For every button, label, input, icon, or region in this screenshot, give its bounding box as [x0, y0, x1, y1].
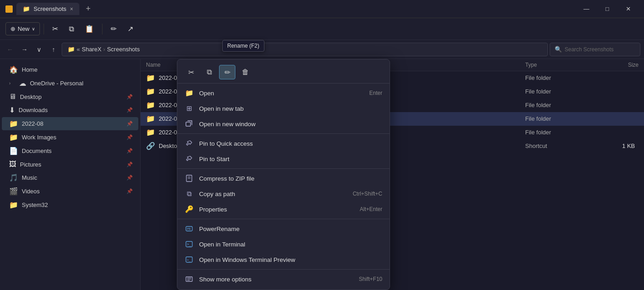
ctx-item-pin-quick[interactable]: Pin to Quick access: [177, 136, 390, 151]
title-tab[interactable]: 📁 Screenshots ×: [16, 3, 79, 15]
workimages-pin-icon: 📌: [127, 134, 133, 140]
shortcut-icon-6: 🔗: [146, 142, 155, 150]
col-header-type: Type: [525, 62, 593, 68]
sidebar-item-workimages[interactable]: 📁 Work Images 📌: [2, 131, 138, 144]
up-button[interactable]: ↑: [47, 43, 60, 56]
sidebar-item-documents[interactable]: 📄 Documents 📌: [2, 144, 138, 157]
close-button[interactable]: ✕: [618, 0, 639, 18]
ctx-terminal-icon: >_: [185, 240, 194, 249]
paste-button[interactable]: 📋: [80, 22, 98, 36]
ctx-item-properties[interactable]: 🔑 Properties Alt+Enter: [177, 202, 390, 217]
address-path[interactable]: 📁 « ShareX › Screenshots: [62, 43, 548, 56]
ctx-separator-3: [177, 219, 390, 219]
share-button[interactable]: ↗: [123, 22, 138, 36]
desktop-icon: 🖥: [9, 93, 16, 101]
cut-button[interactable]: ✂: [48, 22, 63, 36]
ctx-item-compress[interactable]: Compress to ZIP file: [177, 171, 390, 186]
window-controls: — □ ✕: [576, 0, 639, 18]
ctx-item-more-options[interactable]: Show more options Shift+F10: [177, 271, 390, 287]
sidebar-item-home[interactable]: 🏠 Home: [2, 63, 138, 76]
maximize-button[interactable]: □: [597, 0, 618, 18]
ctx-properties-label: Properties: [199, 206, 227, 213]
videos-pin-icon: 📌: [127, 188, 133, 194]
file-type-3: File folder: [525, 102, 593, 108]
rename-button[interactable]: ✏: [106, 22, 121, 36]
ctx-terminal-label: Open in Terminal: [199, 241, 245, 248]
ctx-copy-button[interactable]: ⧉: [201, 65, 217, 79]
ctx-win-terminal-icon: >_: [185, 255, 194, 264]
documents-pin-icon: 📌: [127, 148, 133, 154]
folder-icon-5: 📁: [146, 128, 155, 137]
search-box[interactable]: 🔍 Search Screenshots: [550, 43, 640, 56]
ctx-more-options-label: Show more options: [199, 276, 252, 283]
sidebar-item-2022-08[interactable]: 📁 2022-08 📌: [2, 117, 138, 130]
workimages-icon: 📁: [9, 133, 18, 142]
ctx-rename-button[interactable]: ✏: [219, 65, 235, 79]
folder-icon-2: 📁: [146, 87, 155, 96]
sidebar-item-music[interactable]: 🎵 Music 📌: [2, 171, 138, 184]
paste-icon: 📋: [85, 25, 94, 33]
new-chevron-icon: ∨: [32, 26, 35, 31]
ctx-rename-icon: ✏: [224, 68, 230, 77]
ctx-item-open-tab[interactable]: ⊞ Open in new tab: [177, 101, 390, 116]
file-type-5: File folder: [525, 129, 593, 136]
search-placeholder: Search Screenshots: [565, 46, 614, 53]
sidebar-label-home: Home: [22, 66, 38, 73]
ctx-properties-icon: 🔑: [185, 205, 194, 214]
sidebar-item-pictures[interactable]: 🖼 Pictures 📌: [2, 158, 138, 171]
forward-button[interactable]: →: [18, 43, 31, 56]
ctx-cut-button[interactable]: ✂: [183, 65, 199, 79]
downloads-icon: ⬇: [9, 106, 15, 114]
title-bar: 📁 Screenshots × + — □ ✕: [0, 0, 644, 18]
sidebar-label-videos: Videos: [22, 188, 40, 195]
ctx-properties-shortcut: Alt+Enter: [360, 206, 382, 212]
ctx-copy-icon: ⧉: [207, 68, 212, 76]
copy-button[interactable]: ⧉: [64, 22, 78, 36]
sidebar-label-workimages: Work Images: [22, 134, 56, 141]
pictures-icon: 🖼: [9, 160, 16, 168]
ctx-pin-start-label: Pin to Start: [199, 156, 229, 162]
tab-icon: 📁: [23, 5, 30, 12]
cut-icon: ✂: [52, 25, 58, 33]
file-type-4: File folder: [525, 115, 593, 122]
sidebar-item-desktop[interactable]: 🖥 Desktop 📌: [2, 90, 138, 103]
ctx-separator-2: [177, 168, 390, 169]
downloads-pin-icon: 📌: [127, 107, 133, 113]
ctx-item-pin-start[interactable]: Pin to Start: [177, 151, 390, 167]
ctx-open-label: Open: [199, 90, 214, 97]
dropdown-button[interactable]: ∨: [33, 43, 45, 56]
search-icon: 🔍: [555, 46, 562, 53]
ctx-open-window-label: Open in new window: [199, 121, 256, 128]
sidebar-label-pictures: Pictures: [20, 161, 41, 168]
ctx-open-shortcut: Enter: [369, 90, 382, 96]
sidebar-item-system32[interactable]: 📁 System32: [2, 198, 138, 211]
ctx-delete-button[interactable]: 🗑: [237, 65, 254, 79]
svg-text:>_: >_: [187, 242, 191, 246]
sidebar-item-onedrive[interactable]: › ☁ OneDrive - Personal: [2, 77, 138, 90]
sidebar-label-2022-08: 2022-08: [22, 120, 44, 127]
ctx-more-options-icon: [185, 275, 194, 284]
new-button[interactable]: ⊕ New ∨: [5, 22, 40, 35]
ctx-item-terminal[interactable]: >_ Open in Terminal: [177, 236, 390, 252]
toolbar-separator-2: [102, 24, 102, 34]
back-button[interactable]: ←: [4, 43, 16, 56]
tab-close-button[interactable]: ×: [70, 6, 73, 12]
ctx-copy-path-icon: ⧉: [185, 189, 194, 198]
2022-08-pin-icon: 📌: [127, 121, 133, 127]
sidebar-item-downloads[interactable]: ⬇ Downloads 📌: [2, 103, 138, 117]
ctx-compress-label: Compress to ZIP file: [199, 175, 254, 182]
ctx-item-powerrename[interactable]: PR PowerRename: [177, 221, 390, 236]
path-separator: ›: [103, 46, 105, 53]
ctx-item-win-terminal[interactable]: >_ Open in Windows Terminal Preview: [177, 252, 390, 267]
ctx-item-open-window[interactable]: Open in new window: [177, 116, 390, 132]
ctx-item-open[interactable]: 📁 Open Enter: [177, 85, 390, 101]
onedrive-icon: ☁: [19, 79, 26, 88]
path-sharex: ShareX: [82, 46, 101, 53]
context-menu-toolbar: ✂ ⧉ ✏ 🗑: [177, 62, 390, 84]
minimize-button[interactable]: —: [576, 0, 597, 18]
ctx-separator-4: [177, 269, 390, 270]
sidebar-item-videos[interactable]: 🎬 Videos 📌: [2, 185, 138, 198]
ctx-item-copy-path[interactable]: ⧉ Copy as path Ctrl+Shift+C: [177, 186, 390, 202]
sidebar: 🏠 Home › ☁ OneDrive - Personal 🖥 Desktop…: [0, 59, 141, 290]
new-tab-button[interactable]: +: [83, 4, 93, 14]
